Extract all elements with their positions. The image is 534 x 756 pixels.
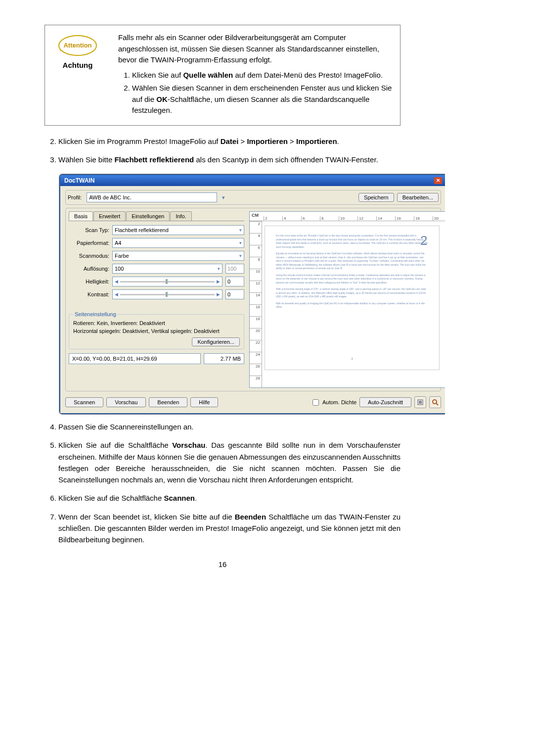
side-line2: Horizontal spiegeln: Deaktiviert, Vertik… (73, 328, 240, 334)
tab-einstellungen[interactable]: Einstellungen (126, 211, 170, 221)
row-paper: Papierformat: A4▾ (69, 238, 244, 248)
row-brightness: Helligkeit: ◀ ▶ (69, 277, 244, 286)
attention-list: Klicken Sie auf Quelle wählen auf dem Da… (118, 70, 392, 116)
preview-canvas[interactable]: 2 For the most state-of-the-art, Plustek… (262, 221, 445, 387)
attention-logo-text: Attention (63, 42, 91, 49)
ruler-horizontal: CM 2 4 6 8 10 12 14 16 18 20 (250, 212, 445, 221)
brightness-label: Helligkeit: (69, 279, 109, 284)
auto-density-checkbox[interactable]: Autom. Dichte (311, 398, 356, 407)
profile-dropdown-icon[interactable]: ▾ (220, 194, 227, 201)
main-steps-4-7: Passen Sie die Scanner­einstellungen an.… (44, 421, 400, 545)
twain-title-text: DocTWAIN (64, 177, 94, 184)
attention-logo: Attention (58, 34, 97, 57)
step-7: Wenn der Scan beendet ist, klicken Sie b… (58, 511, 400, 546)
scan-type-dropdown[interactable]: Flachbett reflektierend▾ (112, 225, 244, 235)
svg-line-4 (436, 403, 438, 405)
status-size: 2.77 MB (204, 353, 244, 364)
exit-button[interactable]: Beenden (149, 397, 187, 407)
arrow-left-icon[interactable]: ◀ (115, 292, 118, 297)
svg-rect-2 (419, 401, 422, 404)
main-steps-2-3: Klicken Sie im Programm Presto! ImageFol… (44, 136, 400, 166)
auto-density-input[interactable] (312, 399, 319, 406)
resolution-dropdown[interactable]: 100▾ (112, 264, 222, 274)
side-line1: Rotieren: Kein, Invertieren: Deaktiviert (73, 320, 240, 326)
attention-box: Attention Achtung Falls mehr als ein Sca… (44, 25, 400, 126)
attention-paragraph: Falls mehr als ein Scanner oder Bildvera… (118, 32, 392, 66)
resolution-label: Auflösung: (69, 266, 109, 272)
tab-basis[interactable]: Basis (69, 211, 93, 221)
paper-label: Papierformat: (69, 240, 109, 246)
step-4: Passen Sie die Scanner­einstellungen an. (58, 421, 400, 432)
svg-point-3 (433, 400, 437, 404)
attention-item-2: Wählen Sie diesen Scanner in dem erschei… (132, 83, 392, 116)
scan-type-label: Scan Typ: (69, 227, 109, 233)
arrow-left-icon[interactable]: ◀ (115, 279, 118, 284)
arrow-right-icon[interactable]: ▶ (217, 279, 220, 284)
chevron-down-icon: ▾ (239, 228, 242, 233)
chevron-down-icon: ▾ (239, 253, 242, 258)
status-row: X=0.00, Y=0.00, B=21.01, H=29.69 2.77 MB (69, 353, 244, 364)
twain-main: Basis Erweitert Einstellungen Info. Scan… (65, 208, 441, 391)
auto-crop-button[interactable]: Auto-Zuschnitt (359, 397, 411, 407)
twain-body: Profil: ▾ Speichern Bearbeiten... Basis … (60, 186, 445, 413)
twain-titlebar: DocTWAIN ✕ (60, 175, 445, 186)
attention-item-1: Klicken Sie auf Quelle wählen auf dem Da… (132, 70, 392, 81)
attention-right: Falls mehr als ein Scanner oder Bildvera… (110, 25, 400, 125)
ruler-vertical: 2 4 6 8 10 12 14 16 18 20 22 24 26 28 (250, 221, 262, 387)
chevron-down-icon: ▾ (239, 240, 242, 245)
magnifier-icon[interactable] (429, 396, 441, 408)
side-section-label: Seiteneinstellung (73, 311, 118, 317)
contrast-label: Kontrast: (69, 291, 109, 297)
tabs: Basis Erweitert Einstellungen Info. (69, 211, 244, 221)
contrast-value[interactable] (225, 289, 244, 299)
twain-left-panel: Basis Erweitert Einstellungen Info. Scan… (69, 211, 244, 388)
brightness-value[interactable] (225, 277, 244, 286)
contrast-slider[interactable]: ◀ ▶ (112, 289, 222, 299)
page-number: 16 (44, 560, 400, 568)
tab-erweitert[interactable]: Erweitert (93, 211, 126, 221)
ruler-unit: CM (252, 213, 259, 218)
edit-button[interactable]: Bearbeiten... (397, 193, 439, 202)
preview-body: 2 4 6 8 10 12 14 16 18 20 22 24 26 28 (250, 221, 445, 387)
tab-info[interactable]: Info. (170, 211, 191, 221)
save-button[interactable]: Speichern (358, 193, 394, 202)
preview-page-number: 2 (276, 357, 428, 361)
paper-dropdown[interactable]: A4▾ (112, 238, 244, 248)
row-scan-type: Scan Typ: Flachbett reflektierend▾ (69, 225, 244, 235)
step-3: Wählen Sie bitte Flachbett reflektierend… (58, 154, 400, 165)
profile-row: Profil: ▾ Speichern Bearbeiten... (65, 190, 441, 205)
side-settings-section: Seiteneinstellung Rotieren: Kein, Invert… (69, 311, 244, 349)
profile-label: Profil: (68, 194, 82, 200)
row-contrast: Kontrast: ◀ ▶ (69, 289, 244, 299)
configure-button[interactable]: Konfigurieren... (192, 337, 240, 346)
mode-label: Scanmodus: (69, 253, 109, 259)
step-2: Klicken Sie im Programm Presto! ImageFol… (58, 136, 400, 147)
row-resolution: Auflösung: 100▾ (69, 264, 244, 274)
mode-dropdown[interactable]: Farbe▾ (112, 251, 244, 261)
document-preview: 2 For the most state-of-the-art, Plustek… (265, 226, 439, 370)
attention-label: Achtung (63, 61, 93, 69)
step-5: Klicken Sie auf die Schaltfläche Vorscha… (58, 439, 400, 485)
resolution-display (225, 264, 244, 274)
arrow-right-icon[interactable]: ▶ (217, 292, 220, 297)
brightness-slider[interactable]: ◀ ▶ (112, 277, 222, 286)
status-coords: X=0.00, Y=0.00, B=21.01, H=29.69 (69, 353, 201, 364)
close-icon[interactable]: ✕ (434, 177, 442, 184)
chevron-down-icon: ▾ (218, 266, 220, 271)
preview-big-number: 2 (420, 231, 427, 250)
scan-button[interactable]: Scannen (65, 397, 103, 407)
help-button[interactable]: Hilfe (190, 397, 218, 407)
preview-button[interactable]: Vorschau (106, 397, 146, 407)
profile-input[interactable] (87, 192, 217, 202)
step-6: Klicken Sie auf die Schaltfläche Scannen… (58, 492, 400, 504)
twain-bottom-bar: Scannen Vorschau Beenden Hilfe Autom. Di… (65, 396, 441, 408)
preview-panel: CM 2 4 6 8 10 12 14 16 18 20 2 4 6 (249, 211, 445, 388)
twain-window: DocTWAIN ✕ Profil: ▾ Speichern Bearbeite… (59, 174, 445, 414)
attention-left: Attention Achtung (45, 25, 110, 125)
row-mode: Scanmodus: Farbe▾ (69, 251, 244, 261)
tool-icon-1[interactable] (414, 396, 426, 408)
